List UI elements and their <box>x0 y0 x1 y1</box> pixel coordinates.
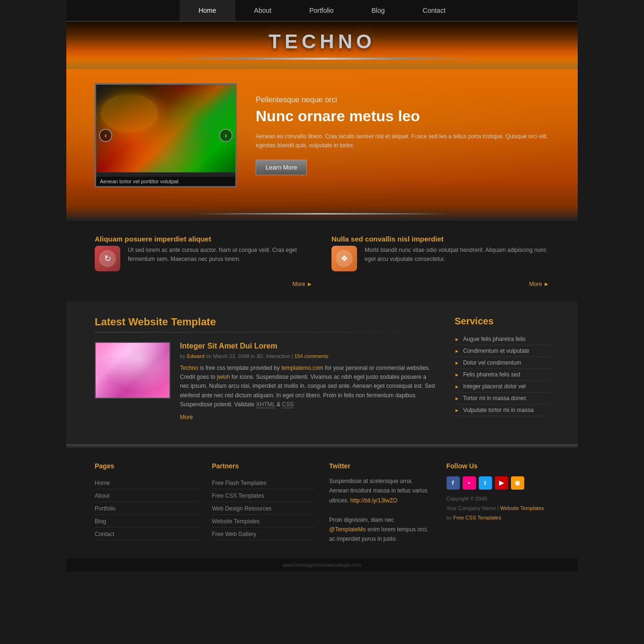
sidebar-link-7[interactable]: Vulputate tortor mi in massa <box>463 407 534 413</box>
section-divider <box>95 332 436 332</box>
main-content: Latest Website Template Integer Sit Amet… <box>66 302 578 444</box>
hero-description: Aenean eu convallis libero. Cras iaculis… <box>256 132 549 150</box>
sidebar-link-3[interactable]: Dolor vel condimentum <box>463 359 521 366</box>
blog-post: Integer Sit Amet Dui Lorem by Edward on … <box>95 342 436 420</box>
post-text-and: & <box>275 401 282 408</box>
post-link-css[interactable]: CSS <box>282 401 294 408</box>
nav-home[interactable]: Home <box>179 0 235 21</box>
post-link-xhtml[interactable]: XHTML <box>256 401 275 408</box>
blog-post-content: Integer Sit Amet Dui Lorem by Edward on … <box>180 342 436 420</box>
sidebar-link-2[interactable]: Condimentum et vulputate <box>463 348 529 354</box>
facebook-icon[interactable]: f <box>447 476 460 490</box>
sidebar-item-2: Condimentum et vulputate <box>455 345 549 357</box>
hero-image <box>96 85 235 172</box>
footer-page-3: Portfolio <box>95 502 198 515</box>
hero-title: Nunc ornare metus leo <box>256 107 549 125</box>
copyright-link-1[interactable]: Website Templates <box>500 505 544 511</box>
sidebar-item-4: Felis pharetra felis sed <box>455 369 549 381</box>
footer-partner-link-4[interactable]: Website Templates <box>212 518 260 525</box>
footer-page-5: Contact <box>95 528 198 540</box>
footer-page-link-5[interactable]: Contact <box>95 531 114 537</box>
feature-1-icon-inner: ↻ <box>99 250 116 267</box>
footer-twitter-text: Suspendisse at scelerisque urna. Aenean … <box>329 476 432 544</box>
feature-1-desc: Ut sed lorem ac ante cursus auctor. Nam … <box>128 246 313 264</box>
footer-page-link-1[interactable]: Home <box>95 480 110 486</box>
post-meta: by Edward on March 23, 2048 in 3D, Inter… <box>180 353 436 359</box>
youtube-icon[interactable]: ▶ <box>495 476 508 490</box>
footer-partner-link-1[interactable]: Free Flash Templates <box>212 480 267 486</box>
hero-bottom-divider <box>66 206 578 221</box>
footer-pages-col: Pages Home About Portfolio Blog Contact <box>95 462 198 544</box>
footer-top-divider <box>66 444 578 448</box>
post-text: Techno is free css template provided by … <box>180 364 436 409</box>
hero-learn-more-button[interactable]: Learn More <box>256 160 307 175</box>
header-divider <box>66 58 578 69</box>
hero-image-wrapper: ‹ › Aenean tortor vel porttitor volutpat <box>95 83 237 188</box>
footer-partner-link-3[interactable]: Web Design Resources <box>212 505 272 512</box>
footer-page-1: Home <box>95 476 198 489</box>
header-banner: TECHNO <box>66 22 578 69</box>
rss-icon[interactable]: ◉ <box>511 476 524 490</box>
footer-partner-4: Website Templates <box>212 515 315 528</box>
footer-social-icons: f • t ▶ ◉ <box>447 476 550 490</box>
post-date: March 23, 2048 <box>213 353 249 359</box>
features-section: Aliquam posuere imperdiet aliquet ↻ Ut s… <box>66 221 578 302</box>
feature-2-icon-inner: ❖ <box>336 250 353 267</box>
feature-1-header: ↻ Ut sed lorem ac ante cursus auctor. Na… <box>95 246 313 271</box>
footer-twitter-col: Twitter Suspendisse at scelerisque urna.… <box>329 462 432 544</box>
sidebar-title: Services <box>455 316 549 327</box>
twitter-link-1[interactable]: http://bit.ly/13lwZO <box>350 497 397 504</box>
footer-partner-2: Free CSS Templates <box>212 489 315 502</box>
feature-1-more[interactable]: More <box>95 281 313 287</box>
footer-pages-list: Home About Portfolio Blog Contact <box>95 476 198 540</box>
hero-next-button[interactable]: › <box>219 129 233 142</box>
twitter-icon[interactable]: t <box>479 476 492 490</box>
footer-copyright: Copyright © 2048 Your Company Name | Web… <box>447 494 550 522</box>
feature-2-icon: ❖ <box>331 246 357 271</box>
footer-page-link-2[interactable]: About <box>95 492 109 499</box>
blog-thumbnail <box>95 342 170 399</box>
post-title: Integer Sit Amet Dui Lorem <box>180 342 436 350</box>
post-more[interactable]: More <box>180 414 436 420</box>
sidebar-link-5[interactable]: Integer placerat dolor vel <box>463 383 526 390</box>
footer-page-link-4[interactable]: Blog <box>95 518 106 525</box>
footer-twitter-title: Twitter <box>329 462 432 470</box>
footer-page-4: Blog <box>95 515 198 528</box>
post-link-jwloh[interactable]: jwloh <box>217 374 230 380</box>
sidebar-link-6[interactable]: Tortor mi in massa donec <box>463 395 527 402</box>
feature-2-more[interactable]: More <box>331 281 549 287</box>
site-title: TECHNO <box>66 30 578 53</box>
footer-partners-list: Free Flash Templates Free CSS Templates … <box>212 476 315 540</box>
hero-section: ‹ › Aenean tortor vel porttitor volutpat… <box>66 69 578 206</box>
hero-prev-button[interactable]: ‹ <box>99 129 112 142</box>
twitter-handle[interactable]: @TemplateMo <box>329 526 366 533</box>
footer-partner-link-5[interactable]: Free Web Gallery <box>212 531 257 537</box>
post-comments[interactable]: 154 comments <box>294 353 328 359</box>
feature-item-1: Aliquam posuere imperdiet aliquet ↻ Ut s… <box>95 235 313 287</box>
hero-caption: Aenean tortor vel porttitor volutpat <box>96 177 235 186</box>
main-nav: Home About Portfolio Blog Contact <box>66 0 578 22</box>
footer-bottom: www.heritagechristiancollege.com <box>66 558 578 572</box>
nav-about[interactable]: About <box>235 0 291 21</box>
nav-portfolio[interactable]: Portfolio <box>290 0 352 21</box>
hero-text: Pellentesque neque orci Nunc ornare metu… <box>256 96 549 175</box>
footer-partners-col: Partners Free Flash Templates Free CSS T… <box>212 462 315 544</box>
sidebar-link-1[interactable]: Augue felis pharetra felis <box>463 336 526 342</box>
post-text-2: is free css template provided by <box>198 365 281 371</box>
post-link-templatemo[interactable]: templatemo.com <box>281 365 323 371</box>
footer-page-link-3[interactable]: Portfolio <box>95 505 116 512</box>
sidebar: Services Augue felis pharetra felis Cond… <box>455 316 549 430</box>
nav-contact[interactable]: Contact <box>404 0 465 21</box>
feature-1-icon: ↻ <box>95 246 120 271</box>
footer-partner-link-2[interactable]: Free CSS Templates <box>212 492 265 499</box>
feature-2-title: Nulla sed convallis nisl imperdiet <box>331 235 549 243</box>
post-author[interactable]: Edward <box>187 353 205 359</box>
copyright-link-2[interactable]: Free CSS Templates <box>453 515 501 520</box>
sidebar-list: Augue felis pharetra felis Condimentum e… <box>455 333 549 416</box>
footer: Pages Home About Portfolio Blog Contact … <box>66 448 578 558</box>
hero-subtitle: Pellentesque neque orci <box>256 96 549 104</box>
sidebar-link-4[interactable]: Felis pharetra felis sed <box>463 371 520 378</box>
footer-bottom-text: www.heritagechristiancollege.com <box>283 562 361 568</box>
nav-blog[interactable]: Blog <box>353 0 404 21</box>
flickr-icon[interactable]: • <box>463 476 476 490</box>
